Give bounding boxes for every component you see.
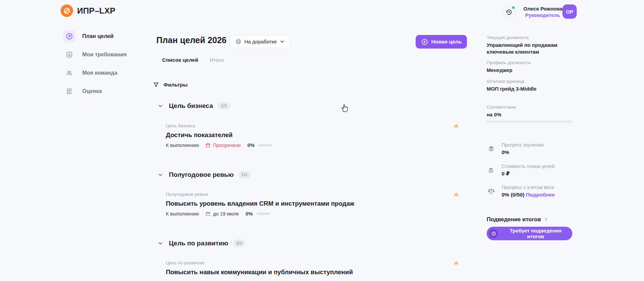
layers-icon: [487, 144, 495, 153]
goal-status: К выполнению: [166, 211, 199, 217]
logo-icon: [60, 4, 73, 17]
tabs: Список целей Итоги: [162, 57, 224, 63]
sidebar-item-my-requirements[interactable]: Мои требования: [63, 49, 127, 61]
goal-due-label: Просрочено: [213, 143, 241, 148]
new-goal-label: Новая цель: [431, 39, 462, 45]
tab-goal-list[interactable]: Список целей: [162, 57, 198, 63]
priority-high-icon: [453, 192, 459, 199]
team-icon: [63, 67, 75, 79]
stat-value-number: 0% (0/50): [502, 192, 524, 198]
goal-due-label: до 19 июля: [213, 211, 239, 217]
goal-meta: К выполнению до 19 июля 0%: [166, 211, 354, 217]
sidebar-item-label: Мои требования: [82, 52, 127, 58]
section-header-business-goal[interactable]: Цель бизнеса 1/1: [158, 102, 230, 110]
chevron-down-icon: [158, 104, 163, 108]
chevron-right-icon: [544, 217, 548, 222]
field-label: Соответствие: [487, 105, 572, 110]
section-count-badge: 1/1: [239, 171, 251, 179]
details-link[interactable]: Подробнее: [526, 192, 555, 198]
section-title: Полугодовое ревью: [169, 171, 234, 179]
chart-icon: [63, 49, 75, 61]
stat-weighted-progress: Прогресс с учетом веса 0% (0/50)Подробне…: [487, 185, 572, 198]
field-label: Текущая должность: [487, 35, 572, 40]
avatar[interactable]: ОР: [562, 4, 577, 19]
sidebar-item-label: Оценка: [82, 88, 102, 94]
funnel-icon: [153, 81, 159, 88]
sidebar-item-goal-plan[interactable]: План целей: [63, 30, 114, 42]
goal-plan-icon: [63, 30, 75, 42]
field-value: Управляющий по продажам ключевым клиента…: [487, 42, 572, 55]
summary-header[interactable]: Подведение итогов: [487, 216, 548, 223]
goal-meta: К выполнению Просрочено 0%: [166, 143, 272, 148]
goal-progress-value: 0%: [247, 143, 255, 148]
app-title: ИПР–LXP: [77, 6, 116, 16]
section-header-half-year-review[interactable]: Полугодовое ревью 1/1: [158, 171, 251, 179]
page-title: План целей 2026: [156, 35, 226, 45]
scales-icon: [487, 187, 495, 195]
field-current-position: Текущая должность Управляющий по продажа…: [487, 35, 572, 55]
stat-value: 0%: [502, 149, 544, 155]
goal-progress-bar: [257, 213, 270, 215]
summary-status-button[interactable]: Требует подведения итогов: [487, 227, 572, 240]
stat-value: 0% (0/50)Подробнее: [502, 192, 555, 198]
app-root: ИПР–LXP Олеся Рожнова Руководитель ОР Пл…: [0, 0, 644, 281]
priority-high-icon: [453, 123, 459, 130]
filters-label: Фильтры: [163, 82, 188, 88]
app-logo[interactable]: ИПР–LXP: [60, 4, 116, 17]
goal-status: К выполнению: [166, 143, 199, 148]
section-count-badge: 1/1: [218, 102, 230, 110]
goal-card-review[interactable]: Полугодовое ревью Повысить уровень владе…: [166, 192, 354, 217]
status-label: На доработке: [244, 39, 277, 44]
match-value: на 0%: [487, 111, 572, 118]
field-match: Соответствие на 0%: [487, 105, 572, 118]
field-position-profile: Профиль должности Менеджер: [487, 60, 572, 74]
stat-value: 0 ₽: [502, 171, 555, 177]
sidebar-item-assessment[interactable]: Оценка: [63, 85, 102, 97]
summary-status-label: Требует подведения итогов: [502, 228, 570, 239]
goal-title: Повысить навык коммуникации и публичных …: [166, 268, 353, 276]
match-progress-bar: [487, 120, 572, 123]
goal-category: Цель бизнеса: [166, 123, 272, 128]
field-label: Профиль должности: [487, 60, 572, 65]
info-icon: [236, 39, 241, 44]
chevron-down-icon: [280, 39, 284, 44]
goal-due: Просрочено: [205, 143, 241, 148]
field-staff-unit: Штатная единица МОП грейд 3-Middle: [487, 79, 572, 92]
plus-circle-icon: [421, 38, 428, 45]
goal-category: Полугодовое ревью: [166, 192, 354, 197]
stat-learning-progress: Прогресс изучения 0%: [487, 142, 572, 155]
goal-card-development[interactable]: Цель по развитию Повысить навык коммуник…: [166, 260, 353, 280]
section-header-development-goal[interactable]: Цель по развитию 3/3: [158, 239, 245, 247]
calendar-icon: [205, 143, 211, 148]
field-value: МОП грейд 3-Middle: [487, 86, 572, 92]
goal-progress-value: 0%: [245, 211, 253, 217]
filters-button[interactable]: Фильтры: [153, 81, 188, 88]
clock-icon: [489, 229, 498, 238]
user-role-link[interactable]: Руководитель: [523, 12, 560, 18]
goal-category: Цель по развитию: [166, 260, 353, 265]
field-label: Штатная единица: [487, 79, 572, 84]
tab-results[interactable]: Итоги: [210, 57, 224, 63]
user-name: Олеся Рожнова: [523, 6, 560, 12]
coins-icon: [487, 166, 495, 174]
section-title: Цель по развитию: [169, 240, 228, 247]
section-title: Цель бизнеса: [169, 102, 213, 110]
goal-title: Достичь показателей: [166, 131, 272, 139]
sidebar-item-my-team[interactable]: Моя команда: [63, 67, 117, 79]
new-goal-button[interactable]: Новая цель: [416, 35, 467, 49]
goal-card-business[interactable]: Цель бизнеса Достичь показателей К выпол…: [166, 123, 272, 148]
goal-progress-bar: [259, 144, 272, 146]
sidebar-item-label: Моя команда: [82, 70, 117, 76]
clock-history-icon: [505, 8, 513, 16]
stat-label: Прогресс изучения: [502, 142, 544, 148]
priority-high-icon: [453, 260, 459, 267]
goal-title: Повысить уровень владения CRM и инструме…: [166, 200, 354, 207]
chevron-down-icon: [158, 172, 163, 177]
stat-label: Стоимость плана целей: [502, 164, 555, 169]
calendar-icon: [205, 211, 211, 217]
stat-plan-cost: Стоимость плана целей 0 ₽: [487, 164, 572, 177]
history-button[interactable]: [502, 5, 516, 19]
status-dropdown[interactable]: На доработке: [230, 35, 290, 48]
mouse-cursor: [340, 104, 349, 115]
user-block[interactable]: Олеся Рожнова Руководитель: [523, 6, 560, 18]
